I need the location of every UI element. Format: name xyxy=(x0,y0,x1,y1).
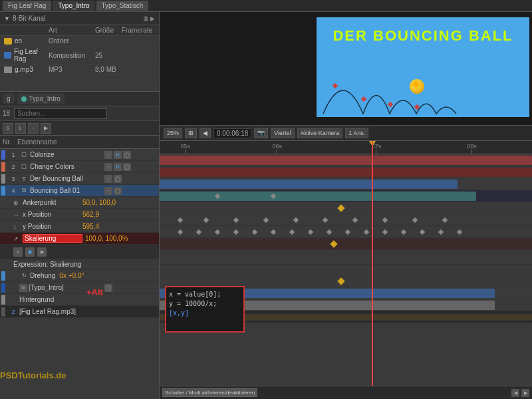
layer-color-1 xyxy=(1,150,5,160)
timeline-right: 05s 06s 07s 08s xyxy=(160,141,532,386)
kf-xpos-4 xyxy=(263,217,269,223)
layer-row-1[interactable]: 1 ☐ Colorize -· fx ◯ xyxy=(0,149,159,161)
view-button[interactable]: 1 Ans. xyxy=(345,128,368,138)
layer-solo-4[interactable]: -· xyxy=(104,187,112,195)
timeline-tab-label-g: g xyxy=(7,95,11,102)
tab-typo-statisch[interactable]: Typo_Statisch xyxy=(96,1,149,11)
collapse-icon[interactable]: ▼ xyxy=(4,15,10,22)
preview-controls: 25% ⊞ ◀ 0:00:06:18 📷 Viertel Aktive Kame… xyxy=(160,125,532,141)
layer-list-header: Nr. Ebenenname xyxy=(0,136,159,149)
layer-vis-1[interactable]: ◯ xyxy=(123,151,131,159)
layer-row-3[interactable]: 3 T Der Bouncing Ball -· ◯ xyxy=(0,173,159,185)
project-item-name-0: en xyxy=(15,37,22,45)
prop-value-ankerpunkt: 50,0, 100,0 xyxy=(82,199,116,206)
y-pos-icon: ↕ xyxy=(13,223,23,230)
zoom-button[interactable]: 25% xyxy=(164,128,182,138)
col-header-art: Art xyxy=(49,27,95,34)
search-bar: 18 xyxy=(0,106,159,121)
layer-row-hintergrund[interactable]: Hintergrund xyxy=(0,294,159,306)
ruler-mark-08s: 08s xyxy=(467,143,477,154)
camera-button[interactable]: Aktive Kamera xyxy=(297,128,343,138)
layer-icon-1: ☐ xyxy=(19,150,29,160)
layer-fx-typo[interactable]: fx xyxy=(19,284,27,292)
timeline-tab-g[interactable]: g xyxy=(3,94,15,104)
project-panel: ▼ 8-Bit-Kanal 🗑 ▶ Art Größe Framerate en… xyxy=(0,12,159,92)
layer-color-typo xyxy=(1,283,5,293)
layer-icon-3: T xyxy=(19,174,29,184)
layer-vis-2[interactable]: ◯ xyxy=(123,163,131,171)
prop-y-position[interactable]: ↕ y Position 595,4 xyxy=(0,221,159,233)
layer-vis-typo[interactable]: ◯ xyxy=(104,284,112,292)
ruler-label-06s: 06s xyxy=(273,143,283,150)
layer-row-typo[interactable]: fx [Typo_Intro] ◯ xyxy=(0,282,159,294)
nav-left[interactable]: ◀ xyxy=(511,389,519,397)
search-input[interactable] xyxy=(14,108,107,119)
layer-row-2[interactable]: 2 ☐ Change Colors -· fx ◯ xyxy=(0,161,159,173)
switches-button[interactable]: Schalter / Modi aktivieren/deaktivieren xyxy=(162,388,257,397)
bottom-toolbar: Schalter / Modi aktivieren/deaktivieren … xyxy=(160,386,532,399)
prop-value-ypos: 595,4 xyxy=(82,223,99,230)
layer-fx-1[interactable]: fx xyxy=(114,151,122,159)
layer-row-4[interactable]: 4 ⧉ Bouncing Ball 01 -· ◯ xyxy=(0,185,159,197)
col-header-size: Größe xyxy=(95,27,122,34)
layer-row-mp3[interactable]: 2 [Fig Leaf Rag.mp3] xyxy=(0,306,159,318)
timeline-tracks xyxy=(160,154,532,386)
project-row-2[interactable]: g.mp3 MP3 8,0 MB xyxy=(0,65,159,75)
layer-nr-4: 4 xyxy=(7,188,19,194)
lock-button[interactable]: L xyxy=(15,123,26,134)
layer-solo-1[interactable]: -· xyxy=(104,151,112,159)
collapse-button[interactable]: ▶ xyxy=(41,123,51,134)
prop-name-skalierung: Skalierung xyxy=(23,234,82,243)
track-xpos xyxy=(160,214,532,226)
prop-name-xpos: x Position xyxy=(23,211,82,218)
trash-icon[interactable]: 🗑 xyxy=(143,15,149,22)
track-bar-4 xyxy=(160,192,476,201)
tab-fig-leaf-rag[interactable]: Fig Leaf Rag xyxy=(3,1,51,11)
layer-solo-2[interactable]: -· xyxy=(104,163,112,171)
layer-vis-3[interactable]: ◯ xyxy=(114,175,122,183)
quality-button[interactable]: Viertel xyxy=(271,128,294,138)
prop-x-position[interactable]: ↔ x Position 562,9 xyxy=(0,209,159,221)
expr-btn-2[interactable]: ◉ xyxy=(25,247,35,257)
layer-nr-mp3: 2 xyxy=(7,309,19,315)
prop-ankerpunkt[interactable]: ⊕ Ankerpunkt 50,0, 100,0 xyxy=(0,197,159,209)
kf-xpos-8 xyxy=(382,217,388,223)
prev-frame-button[interactable]: ◀ xyxy=(200,128,211,138)
cam-icon-btn[interactable]: 📷 xyxy=(254,128,268,138)
project-row-0[interactable]: en Ordner xyxy=(0,36,159,47)
expr-btn-3[interactable]: ▶ xyxy=(37,247,47,257)
shy-button[interactable]: ~ xyxy=(28,123,39,134)
project-item-name-2: g.mp3 xyxy=(15,66,33,73)
ruler-tick-05s xyxy=(185,150,186,154)
layer-name-mp3: [Fig Leaf Rag.mp3] xyxy=(19,308,158,315)
layer-name-4: Bouncing Ball 01 xyxy=(30,187,104,194)
timeline-tab-typo-intro[interactable]: Typo_Intro xyxy=(17,94,65,104)
layer-color-mp3 xyxy=(1,307,5,317)
project-item-name-1: Fig Leaf Rag xyxy=(14,48,49,63)
kf-ypos-5 xyxy=(252,229,257,235)
folder-icon xyxy=(4,38,12,45)
layer-vis-4[interactable]: ◯ xyxy=(114,187,122,195)
kf-ypos-11 xyxy=(364,229,369,235)
solo-button[interactable]: S xyxy=(3,123,13,134)
timeline-ruler: 05s 06s 07s 08s xyxy=(160,141,532,154)
expr-btn-1[interactable]: ≡ xyxy=(13,247,23,257)
fit-button[interactable]: ⊞ xyxy=(185,128,197,138)
layer-fx-2[interactable]: fx xyxy=(114,163,122,171)
layer-row-drehung[interactable]: ↻ Drehung 0x +0,0° xyxy=(0,270,159,282)
nav-buttons: ◀ ▶ xyxy=(511,389,529,397)
prop-skalierung[interactable]: ↗ Skalierung 100,0, 100,0% xyxy=(0,233,159,245)
timeline-panel-left: g Typo_Intro 18 S L ~ ▶ Nr. E xyxy=(0,92,159,399)
prop-name-ypos: y Position xyxy=(23,223,82,230)
nav-right[interactable]: ▶ xyxy=(521,389,529,397)
project-row-1[interactable]: Fig Leaf Rag Komposition 25 xyxy=(0,47,159,65)
svg-rect-1 xyxy=(361,96,366,102)
track-expr-toolbar xyxy=(160,250,532,265)
layer-controls-typo: ◯ xyxy=(104,284,158,292)
chevron-right-icon[interactable]: ▶ xyxy=(150,15,155,22)
layer-solo-3[interactable]: -· xyxy=(104,175,112,183)
tab-typo-intro[interactable]: Typo_Intro xyxy=(53,1,94,11)
track-expr-label xyxy=(160,265,532,275)
kf-xpos-1 xyxy=(178,217,183,223)
kf-xpos-2 xyxy=(203,217,209,223)
